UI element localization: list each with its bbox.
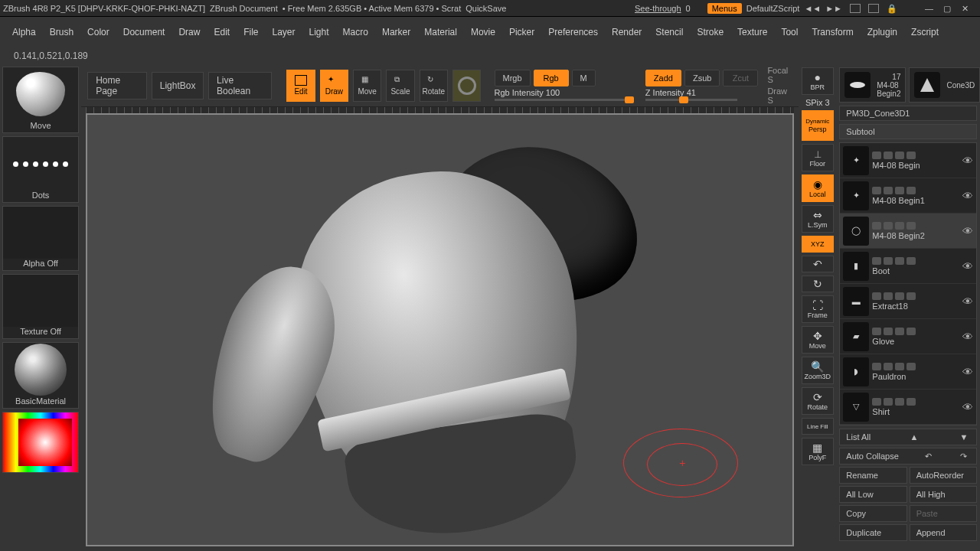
maximize-icon[interactable]: ▢ <box>943 4 954 13</box>
subtool-mode-icons[interactable] <box>872 187 959 194</box>
subtool-row[interactable]: ✦M4-08 Begin👁 <box>840 143 976 178</box>
subtool-mode-icons[interactable] <box>872 328 959 335</box>
subtool-mode-icons[interactable] <box>872 257 959 265</box>
zcut-button[interactable]: Zcut <box>723 70 758 86</box>
layout-icon[interactable] <box>850 4 861 13</box>
zscript-label[interactable]: DefaultZScript <box>746 4 800 13</box>
focal-shift-label[interactable]: Focal S <box>767 66 792 84</box>
minimize-icon[interactable]: — <box>925 4 936 13</box>
texture-preview[interactable]: Texture Off <box>2 274 79 339</box>
menu-zplugin[interactable]: Zplugin <box>867 24 897 40</box>
tool-slot-1[interactable]: 17M4-08 Begin2 <box>839 67 906 103</box>
bpr-button[interactable]: ●BPR <box>802 67 834 95</box>
subtool-row[interactable]: ▰Glove👁 <box>840 319 976 354</box>
move-view-button[interactable]: ✥Move <box>802 326 834 354</box>
menu-stencil[interactable]: Stencil <box>655 24 683 40</box>
arrow-up-icon[interactable]: ▲ <box>908 432 920 442</box>
rotate-mode-button[interactable]: ↻Rotate <box>420 70 448 102</box>
eye-icon[interactable]: 👁 <box>962 155 973 167</box>
menu-material[interactable]: Material <box>424 24 457 40</box>
move-mode-button[interactable]: ▦Move <box>353 70 381 102</box>
menu-preferences[interactable]: Preferences <box>548 24 598 40</box>
tool-slot-2[interactable]: Cone3D <box>909 67 980 103</box>
rename-button[interactable]: Rename <box>839 467 906 484</box>
redo-icon[interactable]: ↷ <box>958 452 970 461</box>
menu-light[interactable]: Light <box>309 24 329 40</box>
menu-render[interactable]: Render <box>612 24 642 40</box>
close-icon[interactable]: ✕ <box>962 4 972 13</box>
material-preview[interactable]: BasicMaterial <box>2 342 79 409</box>
menu-file[interactable]: File <box>243 24 258 40</box>
lightbox-button[interactable]: LightBox <box>152 72 204 99</box>
duplicate-button[interactable]: Duplicate <box>839 524 906 541</box>
arrow-down-icon[interactable]: ▼ <box>958 432 970 442</box>
subtool-row[interactable]: ▮Boot👁 <box>840 249 976 284</box>
eye-icon[interactable]: 👁 <box>962 225 973 237</box>
subtool-row[interactable]: ◗Pauldron👁 <box>840 354 976 390</box>
eye-icon[interactable]: 👁 <box>962 331 973 343</box>
rgb-button[interactable]: Rgb <box>534 70 569 86</box>
floor-button[interactable]: ⟂Floor <box>802 144 834 171</box>
eye-icon[interactable]: 👁 <box>962 260 973 272</box>
menu-tool[interactable]: Tool <box>781 24 798 40</box>
all-low-button[interactable]: All Low <box>839 486 906 503</box>
z-intensity-slider[interactable] <box>645 99 737 101</box>
undo-icon[interactable]: ↶ <box>802 256 834 272</box>
persp-button[interactable]: DynamicPersp <box>802 110 834 141</box>
subtool-row[interactable]: ◯M4-08 Begin2👁 <box>840 214 976 249</box>
copy-button[interactable]: Copy <box>839 505 906 522</box>
timeline-ruler[interactable] <box>86 107 794 113</box>
eye-icon[interactable]: 👁 <box>962 295 973 308</box>
undo-icon[interactable]: ↶ <box>922 452 934 461</box>
spix-label[interactable]: SPix 3 <box>805 98 830 107</box>
subtool-row[interactable]: ▬Extract18👁 <box>840 284 976 319</box>
menu-draw[interactable]: Draw <box>178 24 200 40</box>
eye-icon[interactable]: 👁 <box>962 366 973 378</box>
menu-alpha[interactable]: Alpha <box>12 24 36 40</box>
scale-mode-button[interactable]: ⧉Scale <box>386 70 414 102</box>
menu-macro[interactable]: Macro <box>343 24 368 40</box>
menu-brush[interactable]: Brush <box>50 24 74 40</box>
zsub-button[interactable]: Zsub <box>684 70 720 86</box>
subtool-mode-icons[interactable] <box>872 363 959 370</box>
menu-movie[interactable]: Movie <box>471 24 495 40</box>
menu-zscript[interactable]: Zscript <box>911 24 939 40</box>
menu-stroke[interactable]: Stroke <box>697 24 724 40</box>
lock-icon[interactable]: 🔒 <box>887 4 897 13</box>
subtool-mode-icons[interactable] <box>872 292 959 300</box>
rgb-intensity-slider[interactable] <box>495 99 632 101</box>
polyf-button[interactable]: ▦PolyF <box>802 438 834 465</box>
alpha-preview[interactable]: Alpha Off <box>2 206 79 271</box>
viewport[interactable] <box>86 113 794 546</box>
menu-transform[interactable]: Transform <box>812 24 853 40</box>
nav-next-icon[interactable]: ►► <box>825 4 842 13</box>
autoreorder-button[interactable]: AutoReorder <box>910 467 977 484</box>
menus-toggle[interactable]: Menus <box>707 3 742 14</box>
auto-collapse-button[interactable]: Auto Collapse↶↷ <box>839 448 977 465</box>
eye-icon[interactable]: 👁 <box>962 190 973 202</box>
linefill-button[interactable]: Line Fill <box>802 418 834 435</box>
redo-icon[interactable]: ↻ <box>802 276 834 292</box>
subtool-mode-icons[interactable] <box>872 152 959 159</box>
mrgb-button[interactable]: Mrgb <box>495 70 531 86</box>
menu-edit[interactable]: Edit <box>214 24 230 40</box>
live-boolean-button[interactable]: Live Boolean <box>208 72 272 99</box>
lsym-button[interactable]: ⇔L.Sym <box>802 205 834 233</box>
m-button[interactable]: M <box>572 70 596 86</box>
local-button[interactable]: ◉Local <box>802 174 834 202</box>
all-high-button[interactable]: All High <box>910 486 977 503</box>
subtool-mode-icons[interactable] <box>872 222 959 230</box>
stroke-preview[interactable]: Dots <box>2 136 79 203</box>
menu-color[interactable]: Color <box>87 24 109 40</box>
zoom3d-button[interactable]: 🔍Zoom3D <box>802 357 834 384</box>
color-picker[interactable] <box>2 412 79 473</box>
paste-button[interactable]: Paste <box>910 505 977 522</box>
menu-texture[interactable]: Texture <box>737 24 767 40</box>
subtool-row[interactable]: ✦M4-08 Begin1👁 <box>840 178 976 214</box>
nav-prev-icon[interactable]: ◄◄ <box>804 4 821 13</box>
menu-picker[interactable]: Picker <box>509 24 534 40</box>
quicksave-button[interactable]: QuickSave <box>466 4 506 13</box>
draw-size-label[interactable]: Draw S <box>767 86 792 105</box>
edit-mode-button[interactable]: Edit <box>286 70 315 102</box>
draw-mode-button[interactable]: ✦Draw <box>320 70 348 102</box>
